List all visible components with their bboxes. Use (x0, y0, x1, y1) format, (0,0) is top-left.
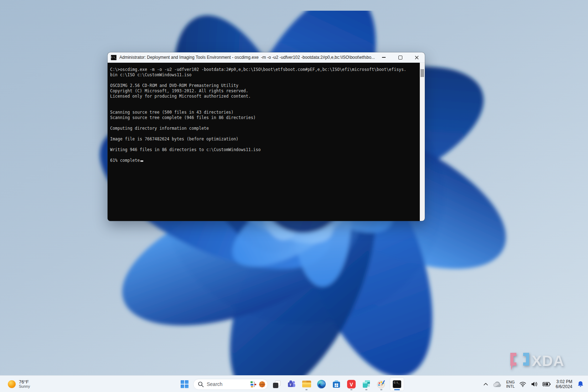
xda-text: XDA (532, 352, 564, 369)
sun-icon (8, 380, 16, 388)
terminal-line: Scanning source tree (500 files in 43 di… (110, 110, 418, 115)
window-controls (376, 52, 425, 62)
terminal-line (110, 120, 418, 126)
taskbar-app-microsoft-store[interactable] (330, 377, 343, 391)
terminal-line: OSCDIMG 2.56 CD-ROM and DVD-ROM Premaste… (110, 83, 418, 88)
xda-bracket-right-icon (523, 353, 529, 366)
svg-text:T: T (289, 383, 292, 387)
terminal-line (110, 142, 418, 147)
scrollbar-thumb[interactable] (421, 69, 424, 77)
running-indicator (350, 389, 352, 390)
terminal-line: Copyright (C) Microsoft, 1993-2012. All … (110, 88, 418, 94)
search-box[interactable]: Search (193, 379, 268, 390)
language-line2: INTL (506, 384, 515, 388)
cloud-icon (493, 381, 501, 387)
taskbar-app-edge[interactable] (315, 377, 328, 391)
taskbar-app-file-explorer[interactable] (300, 377, 313, 391)
taskbar-app-paint[interactable] (375, 377, 388, 391)
terminal-line: Licensed only for producing Microsoft au… (110, 94, 418, 99)
minimize-icon (382, 57, 386, 57)
task-view-icon (272, 380, 281, 389)
window-titlebar[interactable]: C:\_ Administrator: Deployment and Imagi… (108, 52, 425, 63)
terminal-line: Computing directory information complete (110, 126, 418, 131)
language-line1: ENG (506, 380, 515, 384)
terminal-line: C:\>oscdimg.exe -m -o -u2 -udfver102 -bo… (110, 67, 418, 72)
minimize-button[interactable] (376, 52, 392, 62)
chevron-up-icon (483, 382, 488, 386)
clock-widget[interactable]: 3:02 PM 6/6/2024 (555, 378, 573, 390)
edge-icon (317, 380, 326, 389)
system-tray: ENG INTL 3:02 PM (482, 377, 585, 391)
maximize-button[interactable] (392, 52, 408, 62)
onedrive-tray-button[interactable] (492, 378, 502, 390)
cmd-window-icon: C:\_ (111, 55, 117, 60)
terminal-line (110, 153, 418, 158)
xda-bracket-left-icon (510, 353, 516, 370)
battery-tray-button[interactable] (541, 378, 552, 390)
server-app-icon (362, 380, 371, 389)
terminal-output: C:\>oscdimg.exe -m -o -u2 -udfver102 -bo… (108, 63, 420, 221)
terminal-scrollbar[interactable] (420, 63, 425, 221)
search-icon (198, 381, 204, 387)
vivaldi-icon: V (347, 380, 356, 389)
running-indicator (380, 389, 382, 390)
bracket-highlight-icon (250, 381, 257, 388)
close-icon (415, 56, 419, 60)
start-icon (180, 380, 189, 388)
taskbar-app-command-prompt[interactable]: C:\_ (390, 377, 404, 391)
weather-condition: Sunny (19, 384, 30, 389)
paint-icon (377, 380, 386, 389)
terminal-line: Writing 946 files in 86 directories to c… (110, 147, 418, 153)
tray-time: 3:02 PM (556, 379, 572, 384)
basketball-icon (259, 381, 265, 388)
language-indicator[interactable]: ENG INTL (505, 378, 516, 390)
terminal-cursor (140, 160, 143, 162)
volume-tray-button[interactable] (530, 378, 539, 390)
task-view-button[interactable] (270, 377, 283, 391)
terminal-line: bin c:\ISO c:\CustomWindows11.iso (110, 72, 418, 78)
speaker-icon (531, 381, 538, 387)
wifi-icon (519, 381, 526, 387)
taskbar-app-server-tool[interactable] (360, 377, 373, 391)
taskbar: 76°F Sunny Search (0, 375, 588, 392)
terminal-line: 61% complete (110, 158, 418, 163)
taskbar-center: Search (178, 377, 404, 391)
taskbar-app-teams[interactable]: T (285, 377, 298, 391)
taskbar-app-vivaldi[interactable]: V (345, 377, 358, 391)
terminal-line (110, 78, 418, 83)
file-explorer-icon (302, 380, 311, 388)
terminal-window: C:\_ Administrator: Deployment and Imagi… (108, 52, 425, 221)
search-placeholder: Search (207, 381, 247, 387)
notification-bell-icon (577, 381, 584, 388)
terminal-line (110, 131, 418, 136)
terminal-line: Image file is 7667482624 bytes (before o… (110, 136, 418, 142)
running-indicator (365, 389, 367, 390)
terminal-line (110, 99, 418, 104)
notification-center-button[interactable] (576, 378, 585, 390)
terminal-line: Scanning source tree complete (946 files… (110, 115, 418, 120)
terminal-body: C:\>oscdimg.exe -m -o -u2 -udfver102 -bo… (108, 63, 425, 221)
window-title: Administrator: Deployment and Imaging To… (119, 55, 376, 60)
weather-widget[interactable]: 76°F Sunny (5, 377, 33, 391)
close-button[interactable] (408, 52, 425, 62)
svg-text:V: V (350, 382, 353, 387)
svg-text:C:\_: C:\_ (394, 381, 400, 384)
network-tray-button[interactable] (518, 378, 527, 390)
search-highlights[interactable] (250, 381, 265, 388)
maximize-icon (398, 56, 402, 60)
weather-temperature: 76°F (19, 380, 30, 384)
battery-charging-icon (542, 382, 551, 387)
xda-watermark: XDA (507, 350, 571, 373)
teams-icon: T (287, 380, 296, 389)
active-indicator (394, 389, 400, 390)
terminal-line (110, 104, 418, 110)
microsoft-store-icon (332, 380, 341, 389)
running-indicator (305, 389, 308, 390)
start-button[interactable] (178, 377, 191, 391)
command-prompt-icon: C:\_ (392, 380, 402, 389)
tray-chevron-button[interactable] (482, 378, 489, 390)
tray-date: 6/6/2024 (556, 384, 572, 389)
